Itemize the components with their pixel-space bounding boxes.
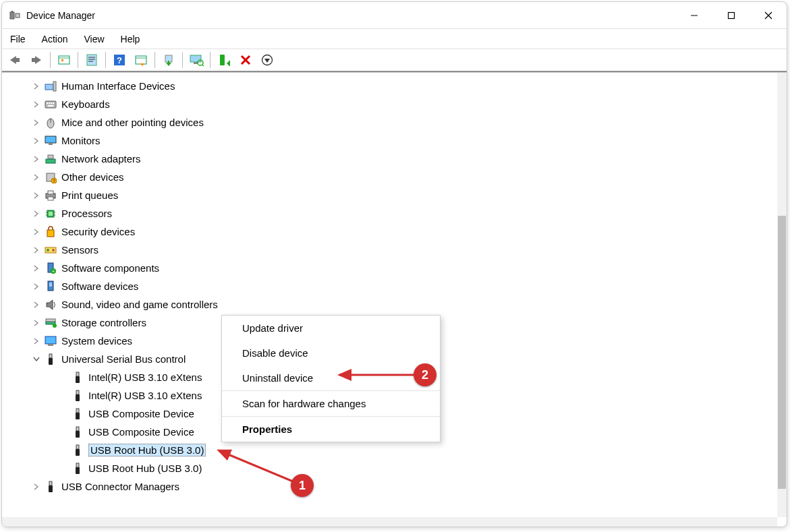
tree-node-network[interactable]: Network adapters [2,150,777,168]
chevron-right-icon[interactable] [32,318,41,328]
svg-rect-10 [32,58,36,62]
sound-icon [44,298,57,312]
chevron-down-icon[interactable] [32,355,41,364]
toolbar-separator [154,52,155,68]
svg-rect-56 [48,197,53,200]
titlebar: Device Manager [2,2,787,29]
svg-rect-76 [45,336,56,344]
chevron-right-icon[interactable] [32,282,41,291]
tree-node-label: USB Root Hub (USB 3.0) [88,444,206,456]
chevron-right-icon[interactable] [32,100,41,109]
uninstall-device-button[interactable] [235,51,256,69]
svg-marker-9 [35,56,41,64]
sensor-icon [44,243,57,257]
forward-button[interactable] [26,51,47,69]
ctx-update-driver[interactable]: Update driver [222,316,440,341]
tree-node-cpu[interactable]: Processors [2,204,777,223]
close-button[interactable] [750,2,787,29]
menu-help[interactable]: Help [113,31,148,47]
svg-rect-37 [53,82,56,91]
svg-rect-43 [48,105,53,107]
tree-node-swcomp[interactable]: +Software components [2,259,777,277]
svg-rect-78 [49,354,52,358]
tree-node-label: Mice and other pointing devices [61,117,204,128]
chevron-right-icon[interactable] [32,173,41,182]
expander-none[interactable] [59,464,68,473]
maximize-button[interactable] [712,2,750,29]
tree-node-usb-child[interactable]: USB Root Hub (USB 3.0) [2,441,777,459]
properties-button[interactable] [82,51,102,69]
chevron-right-icon[interactable] [32,191,41,200]
tree-node-sound[interactable]: Sound, video and game controllers [2,295,777,314]
tree-node-usb-connector-managers[interactable]: USB Connector Managers [2,477,777,496]
tree-node-label: USB Connector Managers [61,481,179,492]
show-hidden-button[interactable] [54,51,74,69]
chevron-right-icon[interactable] [32,336,41,346]
help-button[interactable]: ? [109,51,130,69]
usb-icon [71,407,84,421]
tree-node-label: Network adapters [61,153,141,165]
svg-rect-83 [76,394,80,401]
update-driver-button[interactable] [159,51,179,69]
tree-node-usb-child[interactable]: USB Root Hub (USB 3.0) [2,459,777,477]
tile-button[interactable] [131,51,151,69]
horizontal-scrollbar[interactable] [2,517,777,527]
ctx-properties[interactable]: Properties [222,417,440,442]
expander-none[interactable] [59,409,68,419]
vertical-scrollbar[interactable] [777,73,787,517]
expander-none[interactable] [59,373,68,382]
chevron-right-icon[interactable] [32,245,41,255]
tree-node-hid[interactable]: Human Interface Devices [2,77,777,95]
mouse-icon [44,116,57,129]
ctx-scan-hardware[interactable]: Scan for hardware changes [222,391,440,416]
tree-node-printer[interactable]: Print queues [2,186,777,204]
svg-rect-71 [49,283,52,287]
window-title: Device Manager [26,10,95,21]
chevron-right-icon[interactable] [32,300,41,309]
minimize-button[interactable] [675,2,712,29]
svg-rect-39 [47,102,48,104]
tree-node-mouse[interactable]: Mice and other pointing devices [2,113,777,131]
svg-marker-7 [10,56,16,64]
chevron-right-icon[interactable] [32,118,41,127]
tree-node-label: Storage controllers [61,317,146,328]
context-menu: Update driver Disable device Uninstall d… [221,315,441,442]
tree-node-label: Security devices [61,226,135,237]
expander-none[interactable] [59,446,68,455]
menu-file[interactable]: File [6,31,34,47]
svg-rect-93 [49,485,53,492]
chevron-right-icon[interactable] [32,227,41,237]
svg-rect-0 [10,12,14,19]
tree-node-monitor[interactable]: Monitors [2,131,777,150]
tree-node-keyboard[interactable]: Keyboards [2,95,777,113]
expander-none[interactable] [59,427,68,437]
menu-action[interactable]: Action [34,31,76,47]
tree-node-security[interactable]: Security devices [2,223,777,241]
enable-device-button[interactable] [214,51,234,69]
scan-hardware-button[interactable] [186,51,206,69]
tree-node-swdev[interactable]: Software devices [2,277,777,295]
svg-rect-47 [49,143,53,145]
svg-text:+: + [52,269,55,274]
ctx-uninstall-device[interactable]: Uninstall device [222,365,440,390]
chevron-right-icon[interactable] [32,136,41,146]
device-tree[interactable]: Human Interface DevicesKeyboardsMice and… [2,73,777,517]
chevron-right-icon[interactable] [32,82,41,91]
chevron-right-icon[interactable] [32,209,41,218]
storage-icon [44,316,57,330]
down-arrow-button[interactable] [257,51,277,69]
system-icon [44,334,57,348]
tree-node-sensor[interactable]: Sensors [2,241,777,259]
tree-node-other[interactable]: ?Other devices [2,168,777,186]
scrollbar-thumb[interactable] [778,216,786,489]
expander-none[interactable] [59,391,68,401]
chevron-right-icon[interactable] [32,154,41,164]
chevron-right-icon[interactable] [32,482,41,492]
chevron-right-icon[interactable] [32,264,41,273]
ctx-disable-device[interactable]: Disable device [222,341,440,365]
svg-rect-87 [76,431,80,438]
back-button[interactable] [5,51,25,69]
tree-node-label: USB Composite Device [88,408,194,419]
toolbar: ? [2,49,787,72]
menu-view[interactable]: View [76,31,112,47]
